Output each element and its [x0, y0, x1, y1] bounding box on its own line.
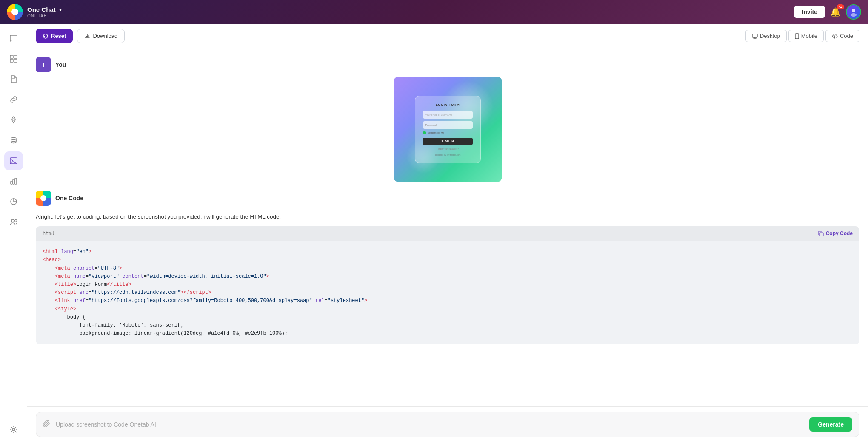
main-layout: Reset Download Desktop	[0, 24, 868, 444]
app-title: One Chat	[27, 6, 56, 14]
login-password-input: Password	[423, 121, 473, 129]
sidebar-item-database[interactable]	[4, 131, 23, 150]
mobile-icon	[795, 33, 799, 39]
copy-code-button[interactable]: Copy Code	[818, 231, 853, 236]
svg-point-9	[11, 138, 16, 140]
attachment-button[interactable]	[43, 420, 51, 430]
sidebar-item-chart[interactable]	[4, 172, 23, 191]
sidebar-item-pie[interactable]	[4, 192, 23, 211]
download-button[interactable]: Download	[77, 29, 125, 43]
ai-response-text: Alright, let's get to coding. based on t…	[36, 213, 859, 221]
app-subtitle: ONETAB	[27, 14, 62, 18]
content-area: Reset Download Desktop	[27, 24, 868, 444]
code-block-header: html Copy Code	[36, 226, 859, 241]
login-signin-btn: SIGN IN	[423, 138, 473, 145]
svg-point-8	[13, 119, 14, 120]
sidebar-item-terminal[interactable]	[4, 151, 23, 170]
login-forgot-label: Forgot Your Password?	[423, 148, 473, 150]
sidebar-item-rocket[interactable]	[4, 111, 23, 129]
sidebar-item-people[interactable]	[4, 213, 23, 231]
login-email-placeholder: Your email or username	[425, 114, 452, 116]
user-sender-label: You	[55, 61, 66, 68]
login-email-input: Your email or username	[423, 111, 473, 119]
code-line-6: <script src="https://cdn.tailwindcss.com…	[43, 289, 853, 297]
code-language-label: html	[43, 231, 55, 236]
reset-button[interactable]: Reset	[36, 29, 73, 43]
user-message-header: T You	[36, 57, 859, 72]
login-remember-row: Remember Me	[423, 131, 473, 134]
login-checkbox	[423, 131, 426, 134]
desktop-icon	[752, 33, 758, 39]
input-box: Generate	[36, 412, 859, 437]
generate-button[interactable]: Generate	[809, 417, 852, 432]
sidebar-item-layout[interactable]	[4, 49, 23, 68]
code-icon	[832, 33, 838, 39]
sidebar-item-chain[interactable]	[4, 90, 23, 109]
svg-point-18	[12, 428, 15, 431]
code-line-2: <head>	[43, 256, 853, 264]
code-line-11: background-image: linear-gradient(120deg…	[43, 330, 853, 338]
avatar[interactable]	[846, 4, 861, 20]
svg-rect-3	[14, 55, 17, 58]
title-chevron[interactable]: ▾	[59, 7, 62, 13]
svg-rect-4	[10, 59, 13, 62]
input-area: Generate	[27, 406, 868, 444]
code-line-9: body {	[43, 313, 853, 322]
reset-icon	[43, 33, 49, 39]
toolbar: Reset Download Desktop	[27, 24, 868, 48]
app-header: One Chat ▾ ONETAB Invite 🔔 74	[0, 0, 868, 24]
svg-point-1	[851, 13, 857, 17]
toolbar-left: Reset Download	[36, 29, 125, 43]
code-line-5: <title>Login Form</title>	[43, 281, 853, 289]
svg-rect-22	[820, 233, 823, 236]
sidebar-item-settings[interactable]	[4, 420, 23, 439]
svg-rect-14	[15, 178, 17, 184]
notification-button[interactable]: 🔔 74	[830, 7, 841, 17]
user-message: T You LOGIN FORM Your email or username …	[36, 57, 859, 182]
notification-badge: 74	[837, 4, 844, 9]
toolbar-right: Desktop Mobile Code	[745, 30, 859, 42]
code-line-7: <link href="https://fonts.googleapis.com…	[43, 297, 853, 305]
svg-rect-12	[11, 181, 12, 184]
desktop-view-button[interactable]: Desktop	[745, 30, 787, 42]
code-line-10: font-family: 'Roboto', sans-serif;	[43, 322, 853, 330]
svg-rect-19	[752, 34, 757, 37]
app-title-group: One Chat ▾ ONETAB	[27, 6, 62, 18]
copy-icon	[818, 231, 824, 236]
chat-input[interactable]	[56, 421, 804, 428]
code-line-1: <html lang="en">	[43, 248, 853, 256]
code-line-3: <meta charset="UTF-8">	[43, 265, 853, 273]
login-footer: designed by @ freepik.com	[423, 154, 473, 156]
sidebar	[0, 24, 27, 444]
ai-sender-label: One Code	[55, 195, 83, 202]
ai-message: One Code Alright, let's get to coding. b…	[36, 191, 859, 344]
ai-message-header: One Code	[36, 191, 859, 206]
svg-point-17	[14, 220, 17, 222]
svg-rect-13	[13, 179, 14, 184]
mobile-view-button[interactable]: Mobile	[788, 30, 824, 42]
svg-rect-5	[14, 59, 17, 62]
svg-point-16	[11, 219, 14, 222]
code-view-button[interactable]: Code	[825, 30, 859, 42]
user-avatar: T	[36, 57, 51, 72]
invite-button[interactable]: Invite	[794, 6, 825, 18]
code-content: <html lang="en"> <head> <meta charset="U…	[36, 241, 859, 344]
login-preview-image: LOGIN FORM Your email or username Passwo…	[394, 77, 502, 182]
app-logo	[7, 4, 23, 20]
svg-point-0	[852, 9, 855, 12]
ai-avatar-inner	[40, 195, 46, 201]
sidebar-item-document[interactable]	[4, 70, 23, 88]
download-icon	[84, 33, 90, 39]
svg-rect-2	[10, 55, 13, 58]
avatar-inner	[847, 5, 860, 19]
ai-avatar	[36, 191, 51, 206]
code-line-4: <meta name="viewport" content="width=dev…	[43, 273, 853, 281]
chat-area: T You LOGIN FORM Your email or username …	[27, 48, 868, 406]
login-remember-label: Remember Me	[428, 131, 445, 134]
code-block: html Copy Code <html lang="en"> <head>	[36, 226, 859, 344]
login-card-title: LOGIN FORM	[423, 103, 473, 107]
code-line-8: <style>	[43, 305, 853, 313]
header-left: One Chat ▾ ONETAB	[7, 4, 62, 20]
header-right: Invite 🔔 74	[794, 4, 861, 20]
sidebar-item-chat[interactable]	[4, 29, 23, 48]
